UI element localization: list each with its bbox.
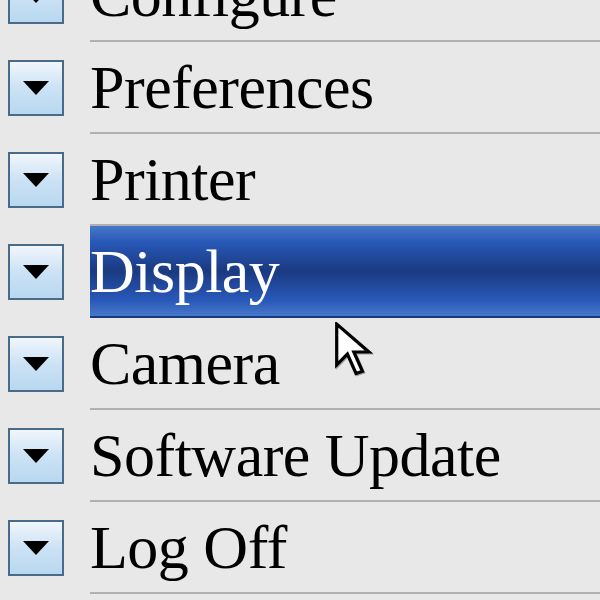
- menu-label: Preferences: [90, 52, 374, 123]
- menu-item-preferences[interactable]: Preferences: [0, 42, 600, 134]
- dropdown-toggle[interactable]: [8, 152, 64, 208]
- menu-label: Camera: [90, 328, 280, 399]
- menu-label: Display: [90, 236, 279, 307]
- settings-menu: Configure Preferences Printer Display Ca…: [0, 0, 600, 550]
- menu-label-wrap: Configure: [90, 0, 600, 42]
- menu-label-wrap: Display: [90, 226, 600, 318]
- menu-label: Log Off: [90, 512, 287, 583]
- menu-item-camera[interactable]: Camera: [0, 318, 600, 410]
- dropdown-toggle[interactable]: [8, 520, 64, 576]
- menu-item-software-update[interactable]: Software Update: [0, 410, 600, 502]
- menu-label: Software Update: [90, 420, 501, 491]
- dropdown-toggle[interactable]: [8, 60, 64, 116]
- menu-label-wrap: Printer: [90, 134, 600, 226]
- menu-item-printer[interactable]: Printer: [0, 134, 600, 226]
- menu-item-display[interactable]: Display: [0, 226, 600, 318]
- menu-item-log-off[interactable]: Log Off: [0, 502, 600, 594]
- dropdown-toggle[interactable]: [8, 0, 64, 24]
- menu-label-wrap: Preferences: [90, 42, 600, 134]
- dropdown-toggle[interactable]: [8, 244, 64, 300]
- dropdown-toggle[interactable]: [8, 336, 64, 392]
- menu-label-wrap: Software Update: [90, 410, 600, 502]
- dropdown-toggle[interactable]: [8, 428, 64, 484]
- menu-label-wrap: Camera: [90, 318, 600, 410]
- menu-label: Printer: [90, 144, 255, 215]
- menu-item-configure[interactable]: Configure: [0, 0, 600, 42]
- menu-label: Configure: [90, 0, 337, 31]
- menu-label-wrap: Log Off: [90, 502, 600, 594]
